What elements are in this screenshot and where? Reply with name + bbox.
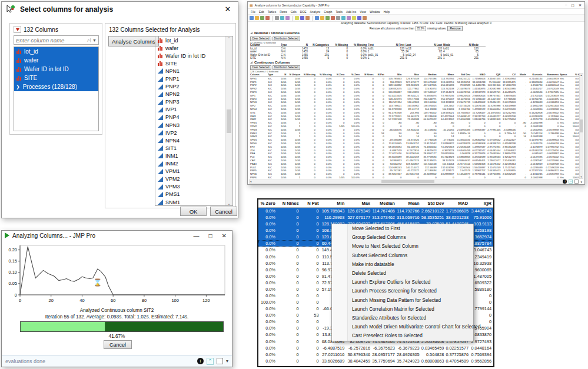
column-list[interactable]: lot_idwaferWafer ID in lot IDSITE❯Proces… xyxy=(14,46,99,131)
menu-graph[interactable]: Graph xyxy=(324,10,332,14)
crosshair-tool-icon[interactable] xyxy=(347,16,351,20)
cancel-button[interactable]: Cancel xyxy=(210,207,237,216)
context-menu-item[interactable]: Cast Preselect Roles to Selected xyxy=(332,331,473,340)
selected-column-item[interactable]: NPN2 xyxy=(155,91,225,98)
vertical-scrollbar[interactable]: ▲ ▼ xyxy=(579,73,583,179)
caret-down-icon[interactable]: ▾ xyxy=(226,358,228,364)
window-state-icon[interactable] xyxy=(574,179,579,184)
selected-column-item[interactable]: PNP2 xyxy=(155,83,225,91)
selected-column-item[interactable]: PNP4 xyxy=(155,114,225,121)
distribution-selected-button[interactable]: Distribution Selected xyxy=(273,36,300,41)
selected-column-item[interactable]: PNP1 xyxy=(155,75,225,82)
disclosure-icon[interactable] xyxy=(250,61,253,64)
lasso-tool-icon[interactable] xyxy=(336,16,340,20)
scroll-left-icon[interactable]: ◄ xyxy=(250,180,252,183)
menu-analyze[interactable]: Analyze xyxy=(310,10,321,14)
scroll-down-icon[interactable]: ⌄ xyxy=(227,201,230,205)
caret-down-icon[interactable]: ▾ xyxy=(580,180,582,184)
selected-column-item[interactable]: lot_id xyxy=(155,36,225,44)
menu-doe[interactable]: DOE xyxy=(300,10,307,14)
search-filter-dropdown-icon[interactable]: ▼ xyxy=(90,38,98,42)
remove-button[interactable]: Remove xyxy=(447,26,463,31)
layout-icon[interactable] xyxy=(300,16,304,20)
selected-column-item[interactable]: VPM2 xyxy=(155,175,225,183)
selected-column-item[interactable]: VPM3 xyxy=(155,183,225,191)
scroll-down-icon[interactable]: ▼ xyxy=(580,175,583,178)
menu-file[interactable]: File xyxy=(251,10,255,14)
info-icon[interactable]: i xyxy=(197,358,204,364)
missing-threshold-input[interactable]: 85.3% xyxy=(416,26,426,31)
copy-icon[interactable] xyxy=(280,16,284,20)
new-data-table-icon[interactable] xyxy=(250,16,254,20)
dialog-title-bar[interactable]: Select columns for analysis ✕ xyxy=(2,2,238,16)
zoom-in-icon[interactable] xyxy=(357,16,361,20)
help-tool-icon[interactable] xyxy=(320,16,324,20)
menu-tools[interactable]: Tools xyxy=(335,10,343,14)
menu-rows[interactable]: Rows xyxy=(280,10,287,14)
selected-column-item[interactable]: wafer xyxy=(155,44,225,52)
column-search-input[interactable] xyxy=(14,37,87,44)
disclosure-icon[interactable] xyxy=(250,32,253,34)
refresh-icon[interactable] xyxy=(305,16,310,20)
horizontal-scrollbar[interactable]: ◄ ► xyxy=(249,179,567,184)
menu-tables[interactable]: Tables xyxy=(268,10,276,14)
context-menu-item[interactable]: Launch Process Screening for Selected xyxy=(332,287,473,295)
cut-icon[interactable] xyxy=(275,16,279,20)
maximize-icon[interactable]: □ xyxy=(209,232,212,239)
context-menu-item[interactable]: Launch Missing Data Pattern for Selected xyxy=(332,296,473,305)
close-icon[interactable]: ✕ xyxy=(222,5,233,14)
window-state-icon[interactable] xyxy=(217,358,223,364)
magnifier-tool-icon[interactable] xyxy=(341,16,346,20)
brush-tool-icon[interactable] xyxy=(331,16,335,20)
scrollbar-thumb[interactable] xyxy=(580,119,583,132)
grabber-tool-icon[interactable] xyxy=(325,16,330,20)
continuous-section-header[interactable]: Continuous Columns xyxy=(250,61,290,64)
scrollbar-thumb[interactable] xyxy=(227,109,231,133)
menu-window[interactable]: Window xyxy=(370,10,380,14)
selected-column-item[interactable]: VPM1 xyxy=(155,168,225,175)
column-list-item[interactable]: SITE xyxy=(14,74,98,82)
nominal-table-row[interactable]: SITEN-N1455500.0%129152911291 xyxy=(250,56,486,59)
column-list-item[interactable]: lot_id xyxy=(14,47,98,56)
jump-top-icon[interactable]: ⌃ xyxy=(207,358,214,365)
minimize-icon[interactable]: — xyxy=(194,232,200,239)
context-menu-item[interactable]: Delete Selected xyxy=(332,269,473,278)
nominal-section-header[interactable]: Nominal / Ordinal Columns xyxy=(250,31,300,35)
annotate-tool-icon[interactable] xyxy=(352,16,356,20)
selected-column-item[interactable]: PMS1 xyxy=(155,191,225,198)
open-icon[interactable] xyxy=(255,16,259,20)
context-menu-item[interactable]: Subset Selected Columns xyxy=(332,251,473,260)
selected-column-item[interactable]: INM1 xyxy=(155,152,225,159)
close-icon[interactable]: ✕ xyxy=(579,3,582,7)
selection-tool-icon[interactable] xyxy=(363,16,367,20)
scrollbar-thumb[interactable] xyxy=(381,180,434,183)
scroll-up-icon[interactable]: ⌃ xyxy=(227,36,230,41)
selected-column-item[interactable]: NPN3 xyxy=(155,121,225,129)
selected-column-item[interactable]: PNP3 xyxy=(155,98,225,106)
scroll-up-icon[interactable]: ▲ xyxy=(580,74,583,77)
close-icon[interactable]: ✕ xyxy=(222,232,227,239)
selected-column-item[interactable]: NPN1 xyxy=(155,67,225,75)
menu-help[interactable]: Help xyxy=(384,10,390,14)
stats-table-row[interactable]: 0.0%00116.29903527.676177313.073462313.0… xyxy=(258,214,493,221)
save-icon[interactable] xyxy=(260,16,264,20)
selected-column-list[interactable]: lot_idwaferWafer ID in lot IDSITENPN1PNP… xyxy=(155,36,233,206)
column-list-item[interactable]: Wafer ID in lot ID xyxy=(14,65,98,74)
red-triangle-menu-icon[interactable] xyxy=(14,26,21,33)
selected-column-item[interactable]: INM2 xyxy=(155,160,225,168)
selected-column-item[interactable]: SITE xyxy=(155,59,225,67)
selected-column-item[interactable]: Wafer ID in lot ID xyxy=(155,52,225,59)
journal-icon[interactable] xyxy=(295,16,299,20)
menu-edit[interactable]: Edit xyxy=(259,10,264,14)
analyse-columns-button[interactable]: Analyse Columns xyxy=(108,36,159,46)
context-menu-item[interactable]: Make into datatable xyxy=(332,260,473,269)
context-menu-item[interactable]: Launch Correlation Matrix for Selected xyxy=(332,305,473,314)
column-list-item[interactable]: ❯Processes (128/128) xyxy=(14,82,98,91)
jump-top-icon[interactable]: ⌃ xyxy=(569,179,573,184)
context-menu-item[interactable]: Launch Model Driven Multivariate Control… xyxy=(332,323,473,331)
selected-column-item[interactable]: IVP2 xyxy=(155,129,225,137)
selected-column-item[interactable]: SNM1 xyxy=(155,198,225,206)
column-list-item[interactable]: wafer xyxy=(14,56,98,65)
minimize-icon[interactable]: – xyxy=(565,3,567,7)
context-menu-item[interactable]: Standardize Attributes for Selected xyxy=(332,314,473,323)
